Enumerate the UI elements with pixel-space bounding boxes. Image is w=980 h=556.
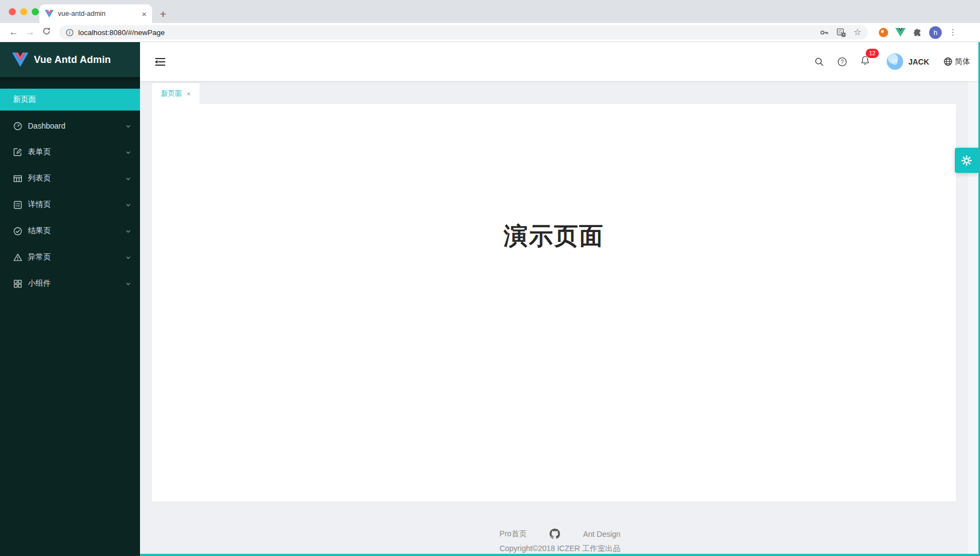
table-icon [13, 174, 22, 183]
chevron-down-icon [125, 123, 131, 129]
forward-icon[interactable]: → [23, 27, 37, 38]
warning-icon [13, 253, 22, 262]
footer: Pro首页 Ant Design Copyright©2018 ICZER 工作… [140, 501, 980, 556]
browser-menu-icon[interactable]: ⋮ [949, 27, 957, 37]
sidebar-item-newpage[interactable]: 新页面 [0, 89, 140, 111]
search-icon[interactable] [814, 57, 824, 67]
help-icon[interactable]: ? [837, 57, 847, 67]
sidebar-item-result[interactable]: 结果页 [0, 220, 140, 242]
browser-tabstrip: vue-antd-admin × + [0, 0, 980, 23]
page-title: 演示页面 [152, 220, 956, 252]
extensions-puzzle-icon[interactable] [913, 28, 922, 37]
translate-icon[interactable]: G A [837, 28, 846, 37]
page-tab-close-icon[interactable]: × [186, 90, 191, 98]
svg-text:?: ? [841, 59, 844, 65]
dashboard-icon [13, 121, 22, 131]
github-icon[interactable] [550, 529, 560, 539]
app-title: Vue Antd Admin [34, 54, 111, 66]
chevron-down-icon [125, 176, 131, 182]
sidebar-menu: 新页面 Dashboard 表单页 [0, 77, 140, 294]
password-key-icon[interactable] [820, 28, 829, 37]
close-window-button[interactable] [9, 8, 16, 15]
chevron-down-icon [125, 254, 131, 260]
username[interactable]: JACK [908, 57, 929, 66]
vue-favicon [45, 10, 54, 18]
page-info-icon[interactable] [66, 28, 74, 37]
chevron-down-icon [125, 281, 131, 287]
menu-label: 异常页 [28, 252, 51, 262]
extension-icon-orange[interactable] [879, 28, 888, 37]
menu-label: 新页面 [13, 95, 36, 105]
page-tab-bar: 新页面 × [140, 81, 980, 104]
sidebar-item-widgets[interactable]: 小组件 [0, 273, 140, 294]
globe-icon [943, 57, 953, 66]
sidebar: Vue Antd Admin 新页面 Dashboard [0, 42, 140, 556]
language-label: 简体 [955, 57, 970, 67]
chevron-down-icon [125, 149, 131, 155]
appstore-icon [13, 279, 22, 288]
tab-close-icon[interactable]: × [142, 10, 147, 18]
notifications-bell[interactable]: 12 [860, 55, 870, 68]
content-card: 演示页面 [152, 104, 956, 501]
footer-link-antdesign[interactable]: Ant Design [583, 530, 620, 538]
vue-devtools-icon[interactable] [895, 28, 906, 37]
app-header: ? 12 ☺ JACK [140, 42, 980, 81]
check-circle-icon [13, 227, 22, 236]
form-icon [13, 148, 22, 157]
menu-label: 结果页 [28, 226, 51, 236]
macos-traffic-lights [9, 8, 39, 15]
svg-text:A: A [842, 33, 844, 36]
page-tab-label: 新页面 [161, 89, 182, 99]
bookmark-star-icon[interactable]: ☆ [854, 28, 861, 37]
app-logo[interactable]: Vue Antd Admin [0, 42, 140, 77]
menu-label: 列表页 [28, 173, 51, 183]
main-area: ? 12 ☺ JACK [140, 42, 980, 556]
vue-logo-icon [12, 53, 28, 67]
gear-icon [960, 154, 973, 167]
sidebar-item-list[interactable]: 列表页 [0, 167, 140, 189]
footer-link-home[interactable]: Pro首页 [499, 529, 527, 539]
theme-settings-button[interactable] [955, 148, 978, 173]
menu-label: 详情页 [28, 200, 51, 210]
notification-badge: 12 [866, 49, 879, 58]
sidebar-item-dashboard[interactable]: Dashboard [0, 115, 140, 137]
user-avatar[interactable]: ☺ [886, 53, 903, 70]
sidebar-item-detail[interactable]: 详情页 [0, 194, 140, 216]
browser-tab[interactable]: vue-antd-admin × [39, 4, 152, 23]
reload-icon[interactable] [39, 27, 54, 38]
menu-label: Dashboard [28, 121, 66, 130]
address-bar[interactable]: localhost:8080/#/newPage G A ☆ [59, 25, 868, 39]
menu-label: 小组件 [28, 279, 51, 288]
bottom-accent-line [140, 554, 980, 556]
back-icon[interactable]: ← [7, 27, 21, 38]
chevron-down-icon [125, 228, 131, 234]
copyright: Copyright©2018 ICZER 工作室出品 [499, 544, 620, 554]
browser-toolbar: ← → localhost:8080/#/newPage G A ☆ [0, 23, 980, 42]
browser-profile-avatar[interactable]: h [929, 26, 942, 39]
minimize-window-button[interactable] [20, 8, 27, 15]
new-tab-button[interactable]: + [160, 8, 166, 20]
url-text[interactable]: localhost:8080/#/newPage [78, 28, 165, 37]
menu-label: 表单页 [28, 147, 51, 157]
menu-fold-icon[interactable] [154, 56, 166, 67]
language-switcher[interactable]: 简体 [943, 57, 970, 67]
chevron-down-icon [125, 202, 131, 208]
sidebar-item-form[interactable]: 表单页 [0, 141, 140, 163]
browser-tab-title: vue-antd-admin [58, 10, 137, 18]
sidebar-item-exception[interactable]: 异常页 [0, 246, 140, 268]
page-tab-newpage[interactable]: 新页面 × [152, 83, 200, 104]
zoom-window-button[interactable] [32, 8, 39, 15]
profile-icon [13, 200, 22, 210]
